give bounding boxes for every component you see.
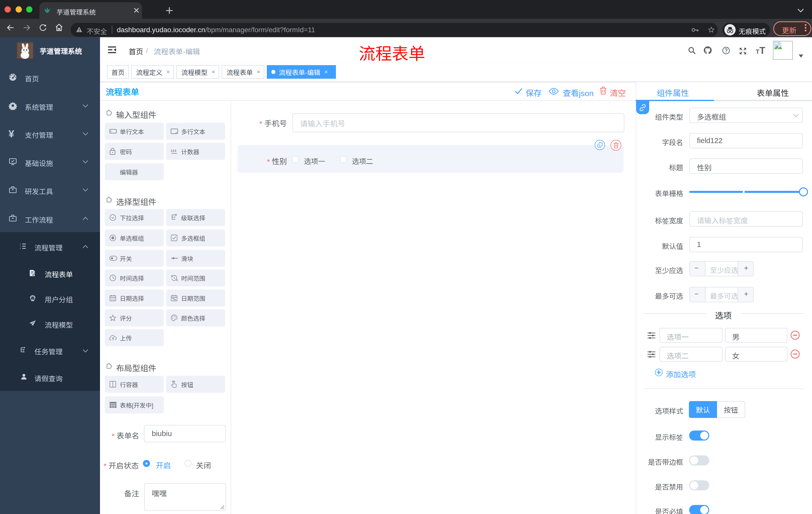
svg-text:123: 123 xyxy=(171,149,176,153)
